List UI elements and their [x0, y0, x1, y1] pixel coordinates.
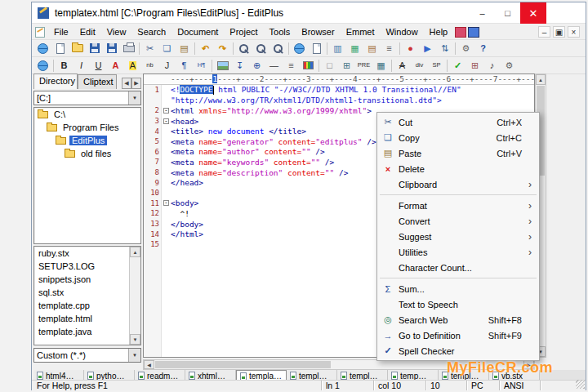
table-icon[interactable]: ⊞	[338, 58, 355, 74]
context-item-format[interactable]: Format›	[377, 198, 539, 213]
save-icon[interactable]	[86, 41, 103, 56]
anchor-icon[interactable]: ↧	[231, 58, 248, 74]
highlight-icon[interactable]: A	[124, 58, 141, 74]
tree-item-editplus[interactable]: EditPlus	[34, 134, 140, 147]
tree-item-old-files[interactable]: old files	[34, 147, 140, 160]
pre-icon[interactable]: PRE	[355, 58, 372, 74]
tree-item-c[interactable]: C:\	[34, 108, 140, 121]
menu-edit[interactable]: Edit	[74, 25, 101, 38]
menu-extra-icon-2[interactable]	[468, 27, 479, 38]
menu-browser[interactable]: Browser	[296, 25, 340, 38]
frame-icon[interactable]: ▦	[372, 58, 390, 74]
cut-icon[interactable]: ✂	[141, 41, 158, 56]
file-filter-selector[interactable]: Custom (*.*) ▼	[33, 348, 141, 363]
dropdown-arrow-icon[interactable]: ▼	[128, 91, 140, 105]
scroll-up-icon[interactable]: ▲	[130, 247, 140, 257]
file-item-sql-stx[interactable]: sql.stx	[34, 286, 129, 299]
div-icon[interactable]: div	[411, 58, 428, 74]
tab-cliptext[interactable]: Cliptext	[78, 74, 117, 89]
tab-directory[interactable]: Directory	[33, 74, 78, 89]
strikethrough-icon[interactable]: A	[394, 58, 411, 74]
maximize-button[interactable]: □	[495, 2, 520, 24]
mdi-minimize-button[interactable]: –	[538, 26, 550, 38]
paste-icon[interactable]: ▤	[176, 41, 193, 56]
menu-file[interactable]: File	[48, 25, 74, 38]
replace-icon[interactable]	[252, 41, 270, 56]
tree-item-program-files[interactable]: Program Files	[34, 121, 140, 134]
form-icon[interactable]: □	[321, 58, 338, 74]
file-list-scrollbar[interactable]: ▲ ▼	[129, 247, 140, 345]
new-document-icon[interactable]	[51, 41, 69, 56]
find-icon[interactable]	[235, 41, 252, 56]
print-icon[interactable]	[120, 41, 137, 56]
music-icon[interactable]: ♪	[483, 58, 501, 74]
horizontal-rule-icon[interactable]: —	[265, 58, 283, 74]
title-bar[interactable]: templatex.html [C:\Program Files\EditPlu…	[32, 2, 586, 24]
undo-icon[interactable]: ↶	[197, 41, 214, 56]
file-item-template-cpp[interactable]: template.cpp	[34, 299, 129, 312]
copy-icon[interactable]: ❏	[158, 41, 176, 56]
list-icon[interactable]: ≡	[283, 58, 300, 74]
record-macro-icon[interactable]: ●	[402, 41, 419, 56]
file-item-template-java[interactable]: template.java	[34, 325, 129, 338]
mdi-close-button[interactable]: ×	[568, 26, 580, 38]
heading-icon[interactable]: H¶	[193, 58, 210, 74]
context-item-sum[interactable]: ΣSum...	[377, 281, 539, 296]
output-window-icon[interactable]: ▤	[363, 41, 381, 56]
settings-icon[interactable]: ⚙	[457, 41, 474, 56]
menu-window[interactable]: Window	[380, 25, 423, 38]
font-color-icon[interactable]: A	[107, 58, 124, 74]
scroll-left-icon[interactable]: ◀	[144, 360, 154, 369]
hyperlink-icon[interactable]: ⊕	[248, 58, 265, 74]
file-item-setup3-log[interactable]: SETUP3.LOG	[34, 260, 129, 273]
close-button[interactable]: ✕	[520, 2, 546, 24]
menu-emmet[interactable]: Emmet	[341, 25, 381, 38]
context-item-search-web[interactable]: ◎Search WebShift+F8	[377, 312, 539, 327]
menu-document[interactable]: Document	[172, 25, 224, 38]
context-item-go-to-definition[interactable]: →Go to DefinitionShift+F9	[377, 327, 539, 343]
scroll-up-icon[interactable]: ▲	[536, 74, 546, 85]
underline-icon[interactable]: U	[90, 58, 107, 74]
scroll-down-icon[interactable]: ▼	[130, 334, 140, 345]
menu-help[interactable]: Help	[424, 25, 454, 38]
bold-icon[interactable]: B	[56, 58, 73, 74]
line-break-icon[interactable]: J	[158, 58, 176, 74]
menu-extra-icon-1[interactable]	[455, 27, 466, 38]
context-item-text-to-speech[interactable]: Text to Speech	[377, 296, 539, 312]
context-item-utilities[interactable]: Utilities›	[377, 244, 539, 260]
context-item-copy[interactable]: ❏CopyCtrl+C	[377, 130, 539, 145]
browser-preview-icon[interactable]	[34, 58, 51, 74]
context-item-spell-checker[interactable]: ✓Spell Checker	[377, 343, 539, 359]
help-icon[interactable]: ?	[474, 41, 492, 56]
directory-window-icon[interactable]: ▦	[346, 41, 363, 56]
menu-search[interactable]: Search	[131, 25, 172, 38]
context-item-paste[interactable]: ▤PasteCtrl+V	[377, 145, 539, 161]
color-picker-icon[interactable]	[300, 58, 317, 74]
fold-marker-icon[interactable]: -	[163, 108, 169, 114]
tab-scroll-left-icon[interactable]: ◀	[122, 78, 131, 89]
file-item-template-html[interactable]: template.html	[34, 312, 129, 325]
italic-icon[interactable]: I	[73, 58, 90, 74]
context-item-delete[interactable]: ×Delete	[377, 161, 539, 176]
drive-selector[interactable]: [C:] ▼	[33, 91, 141, 105]
browser-sync-icon[interactable]	[34, 41, 51, 56]
find-in-files-icon[interactable]	[270, 41, 287, 56]
browser-window-icon[interactable]	[291, 41, 308, 56]
mdi-restore-button[interactable]: ▣	[553, 26, 565, 38]
context-item-character-count[interactable]: Character Count...	[377, 260, 539, 275]
file-item-snippets-json[interactable]: snippets.json	[34, 273, 129, 286]
dropdown-arrow-icon[interactable]: ▼	[128, 349, 140, 362]
tools-icon[interactable]: ⚙	[501, 58, 518, 74]
view-in-browser-icon[interactable]	[308, 41, 325, 56]
menu-view[interactable]: View	[101, 25, 132, 38]
tab-scroll-right-icon[interactable]: ▶	[131, 78, 141, 89]
context-item-clipboard[interactable]: Clipboard›	[377, 176, 539, 192]
document-selector-icon[interactable]: ≡	[381, 41, 398, 56]
span-icon[interactable]: SP	[428, 58, 445, 74]
save-all-icon[interactable]	[103, 41, 120, 56]
menu-tools[interactable]: Tools	[264, 25, 296, 38]
fold-marker-icon[interactable]: -	[163, 118, 169, 124]
file-item-ruby-stx[interactable]: ruby.stx	[34, 247, 129, 260]
minimize-button[interactable]: –	[470, 2, 495, 24]
sort-icon[interactable]: ⇅	[436, 41, 453, 56]
